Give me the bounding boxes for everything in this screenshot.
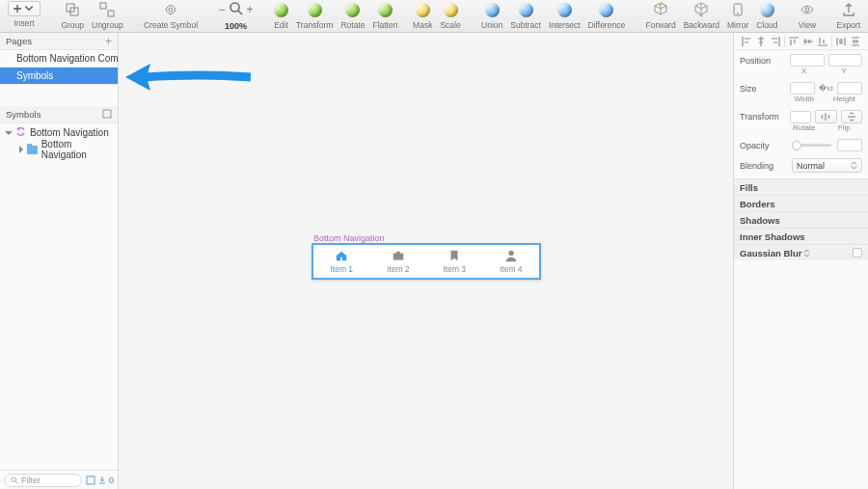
edit-button[interactable]: Edit [274,1,288,30]
search-icon [11,476,18,484]
edit-icon [274,3,288,17]
pages-header: Pages + [0,33,118,50]
inner-shadows-section[interactable]: Inner Shadows [734,228,868,244]
flip-v-button[interactable] [841,110,862,123]
artboard-bottom-navigation[interactable]: Item 1 Item 2 Item 3 Item 4 [312,243,541,280]
mirror-icon [730,2,746,17]
magnifier-icon [229,1,244,18]
svg-point-10 [12,476,16,481]
scale-button[interactable]: Scale [440,1,460,30]
group-button[interactable]: Group [61,1,84,30]
chevron-updown-icon [851,162,857,169]
chevron-down-icon[interactable] [5,131,13,135]
svg-point-4 [169,8,173,12]
mask-button[interactable]: Mask [413,1,432,30]
insert-label: Insert [14,18,34,28]
flatten-button[interactable]: Flatten [372,1,397,30]
distribute-v-icon[interactable] [850,36,861,47]
align-bottom-icon[interactable] [817,36,828,47]
symbol-icon [15,126,26,139]
distribute-h-icon[interactable] [835,36,847,47]
nav-item-1[interactable]: Item 1 [313,245,370,278]
align-vcenter-icon[interactable] [802,36,814,47]
subtract-button[interactable]: Subtract [510,1,541,30]
rotate-field[interactable] [790,111,811,123]
add-page-button[interactable]: + [105,35,112,48]
align-right-icon[interactable] [770,36,781,47]
create-symbol-icon [163,2,178,17]
scale-icon [444,3,458,17]
transform-button[interactable]: Transform [296,1,333,30]
zoom-out-button[interactable]: − [219,3,226,16]
folder-icon [27,146,38,154]
inspector-panel: Position XY Size�id WidthHeight Transfor… [733,33,868,489]
filter-input[interactable]: Filter [4,474,82,487]
svg-point-8 [805,8,809,12]
zoom-value: 100% [225,21,247,31]
opacity-field[interactable] [837,139,862,151]
fills-section[interactable]: Fills [734,178,868,195]
layer-folder-child[interactable]: Bottom Navigation [0,141,118,158]
flip-h-button[interactable] [815,110,836,123]
pos-x-field[interactable] [790,54,825,67]
export-icon [841,2,856,17]
create-symbol-button[interactable]: Create Symbol [144,1,198,30]
home-icon [335,249,348,262]
page-item-bottom-nav[interactable]: Bottom Navigation Compo… [0,50,118,68]
symbols-header: Symbols [0,106,118,123]
shadows-section[interactable]: Shadows [734,211,868,228]
pos-y-field[interactable] [828,54,863,67]
export-filter-icon[interactable] [97,475,107,485]
insert-group[interactable]: Insert [8,1,41,28]
align-left-icon[interactable] [741,36,752,47]
group-icon [65,2,80,17]
insert-button[interactable] [8,1,41,16]
gaussian-blur-checkbox[interactable] [853,248,862,258]
gaussian-blur-section[interactable]: Gaussian Blur [734,244,868,260]
union-button[interactable]: Union [481,1,502,30]
borders-section[interactable]: Borders [734,195,868,211]
rotate-button[interactable]: Rotate [340,1,365,30]
forward-button[interactable]: Forward [646,1,676,30]
cloud-button[interactable]: Cloud [756,1,777,30]
chevron-down-icon [24,4,34,14]
opacity-slider[interactable] [792,144,831,147]
eye-icon [800,2,815,17]
view-button[interactable]: View [799,1,816,30]
filter-bar: Filter 0 [0,470,118,489]
flatten-icon [378,3,393,17]
zoom-control[interactable]: − + 100% [219,1,254,31]
width-field[interactable] [790,82,815,95]
blending-select[interactable]: Normal [792,158,862,173]
export-button[interactable]: Export [836,1,860,30]
nav-item-3[interactable]: Item 3 [426,245,483,278]
artboard-label[interactable]: Bottom Navigation [313,233,385,243]
chevron-right-icon[interactable] [19,146,23,153]
chevron-updown-icon[interactable] [803,250,810,257]
backward-button[interactable]: Backward [684,1,719,30]
difference-icon [599,3,613,17]
align-hcenter-icon[interactable] [755,36,767,47]
mirror-button[interactable]: Mirror [727,1,748,30]
intersect-button[interactable]: Intersect [549,1,581,30]
lock-aspect-icon[interactable]: �id [819,84,832,93]
difference-button[interactable]: Difference [588,1,626,30]
page-item-symbols[interactable]: Symbols [0,68,118,85]
slice-filter-icon[interactable] [86,475,95,485]
zoom-in-button[interactable]: + [247,3,254,16]
svg-rect-9 [103,110,111,118]
person-icon [504,249,518,262]
symbols-menu-icon[interactable] [102,109,112,121]
cloud-icon [760,3,774,17]
mask-icon [416,3,430,17]
align-top-icon[interactable] [788,36,800,47]
height-field[interactable] [837,82,862,95]
union-icon [485,3,500,17]
canvas[interactable]: Bottom Navigation Item 1 Item 2 Item 3 I… [119,33,733,489]
alignment-toolbar [734,33,868,50]
svg-point-7 [737,13,739,14]
backward-icon [693,2,709,17]
ungroup-button[interactable]: Ungroup [92,1,123,30]
nav-item-4[interactable]: Item 4 [483,245,540,278]
nav-item-2[interactable]: Item 2 [370,245,427,278]
